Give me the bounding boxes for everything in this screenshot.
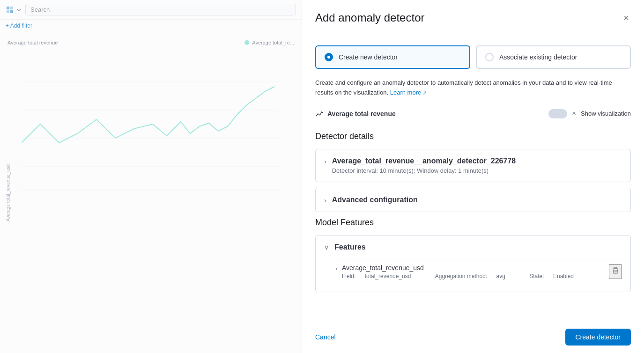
svg-rect-23	[614, 267, 617, 268]
show-viz-label: Show visualization	[581, 110, 631, 117]
search-input[interactable]	[25, 4, 296, 15]
viz-title: Average total revenue	[327, 110, 396, 118]
svg-rect-0	[7, 7, 9, 9]
features-header[interactable]: ∨ Features	[316, 235, 630, 259]
create-new-option[interactable]: Create new detector	[315, 45, 470, 69]
feature-meta: Field: total_revenue_usd Aggregation met…	[342, 273, 589, 279]
advanced-config-title: Advanced configuration	[332, 196, 622, 204]
create-new-label: Create new detector	[339, 53, 398, 61]
toolbar	[0, 0, 302, 20]
chart-container: Average total revenue Average total_re..…	[0, 32, 302, 353]
feature-details: Average_total_revenue_usd Field: total_r…	[342, 264, 589, 279]
create-detector-button[interactable]: Create detector	[565, 329, 631, 346]
detector-details-card: › Average_total_revenue__anomaly_detecto…	[315, 149, 631, 182]
cancel-button[interactable]: Cancel	[315, 330, 336, 345]
svg-rect-2	[7, 10, 9, 13]
description-text: Create and configure an anomaly detector…	[315, 78, 631, 98]
chart-legend: Average total_re...	[244, 40, 294, 45]
feature-name: Average_total_revenue_usd	[342, 264, 589, 272]
model-features-section: Model Features ∨ Features › Average_tota…	[315, 218, 631, 292]
svg-rect-24	[613, 269, 618, 270]
detector-details-chevron-icon: ›	[324, 158, 326, 165]
svg-rect-3	[10, 10, 13, 13]
associate-existing-label: Associate existing detector	[499, 53, 577, 61]
detector-details-content: Average_total_revenue__anomaly_detector_…	[332, 157, 622, 174]
modal-footer: Cancel Create detector	[302, 321, 644, 353]
advanced-config-header[interactable]: › Advanced configuration	[316, 188, 630, 212]
learn-more-link[interactable]: Learn more	[390, 89, 427, 96]
advanced-config-content: Advanced configuration	[332, 196, 622, 204]
legend-dot	[244, 40, 249, 45]
filter-bar: + Add filter	[0, 20, 302, 32]
model-features-section-title: Model Features	[315, 218, 631, 228]
viz-label: Average total revenue	[315, 110, 396, 118]
features-chevron-down-icon: ∨	[324, 243, 329, 251]
delete-feature-button[interactable]	[609, 264, 622, 279]
app-logo-icon	[6, 6, 14, 14]
chart-svg: 100 80 60 40 20 0 12:30 13:00 13:30 14:0…	[22, 54, 279, 194]
show-viz-row: ✕ Show visualization	[548, 109, 631, 118]
visualization-row: Average total revenue ✕ Show visualizati…	[315, 107, 631, 120]
chevron-down-icon	[16, 7, 22, 13]
add-filter-link[interactable]: + Add filter	[6, 22, 32, 29]
state-label: State: Enabled	[529, 273, 581, 279]
advanced-config-card: › Advanced configuration	[315, 188, 631, 212]
feature-row: › Average_total_revenue_usd Field: total…	[335, 259, 622, 284]
field-label: Field: total_revenue_usd	[342, 273, 420, 279]
detector-details-section-title: Detector details	[315, 132, 631, 141]
advanced-config-chevron-icon: ›	[324, 197, 326, 204]
detector-details-header[interactable]: › Average_total_revenue__anomaly_detecto…	[316, 149, 630, 182]
associate-existing-option[interactable]: Associate existing detector	[476, 45, 631, 69]
show-viz-toggle[interactable]	[548, 109, 567, 118]
svg-rect-1	[10, 7, 13, 9]
toggle-x-icon: ✕	[572, 110, 576, 117]
logo-area	[6, 6, 22, 14]
feature-expand-icon[interactable]: ›	[335, 265, 337, 272]
modal-body: Create new detector Associate existing d…	[302, 34, 644, 321]
aggregation-label: Aggregation method: avg	[435, 273, 514, 279]
feature-row-left: › Average_total_revenue_usd Field: total…	[335, 264, 589, 279]
modal-title: Add anomaly detector	[315, 11, 424, 24]
trash-icon	[612, 267, 619, 274]
close-button[interactable]: ×	[622, 11, 631, 24]
chart-icon	[315, 110, 324, 118]
detector-type-row: Create new detector Associate existing d…	[315, 45, 631, 69]
modal-panel: Add anomaly detector × Create new detect…	[302, 0, 644, 353]
features-card: ∨ Features › Average_total_revenue_usd F…	[315, 235, 631, 292]
features-body: › Average_total_revenue_usd Field: total…	[316, 259, 630, 292]
create-new-radio	[325, 53, 333, 61]
features-title: Features	[334, 243, 366, 251]
associate-existing-radio	[485, 53, 494, 61]
detector-info: Detector interval: 10 minute(s); Window …	[332, 167, 622, 174]
legend-label: Average total_re...	[252, 40, 294, 45]
chart-panel: + Add filter Average total revenue Avera…	[0, 0, 302, 353]
detector-name: Average_total_revenue__anomaly_detector_…	[332, 157, 622, 165]
modal-header: Add anomaly detector ×	[302, 0, 644, 34]
y-axis-label: Average total_revenue_usd	[6, 164, 11, 221]
